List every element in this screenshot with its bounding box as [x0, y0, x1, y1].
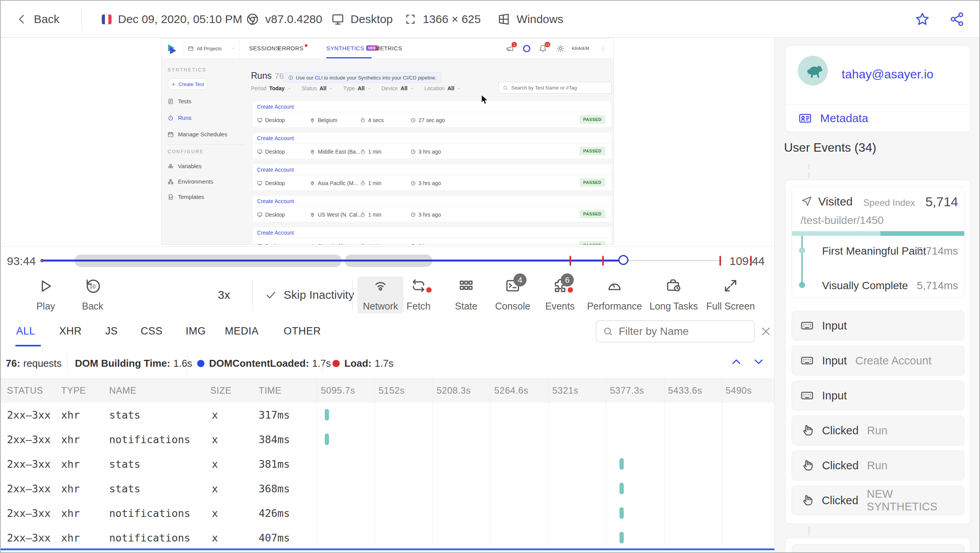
- timeline-event-marker[interactable]: [719, 256, 721, 266]
- run-card[interactable]: Create Account Desktop US West (N. Cal..…: [253, 196, 611, 222]
- run-card[interactable]: Create Account Desktop Middle East (Ba..…: [253, 133, 611, 159]
- run-card[interactable]: Create Account Desktop Asia Pacific (M..…: [253, 164, 611, 190]
- app-tab-sessions[interactable]: SESSIONS: [249, 38, 280, 58]
- chevron-down-icon: [457, 86, 461, 91]
- play-button[interactable]: Play: [21, 278, 71, 312]
- settings-button[interactable]: [556, 45, 565, 53]
- events-panel-button[interactable]: 6 Events: [535, 278, 585, 312]
- table-row[interactable]: 2xx–3xxxhrnotificationsx426ms: [1, 501, 774, 525]
- briefcase-clock-icon: [666, 278, 681, 293]
- metadata-button[interactable]: Metadata: [799, 112, 868, 125]
- event-item-click[interactable]: ClickedRun: [792, 416, 965, 445]
- event-item-input[interactable]: Input: [792, 381, 965, 411]
- performance-panel-button[interactable]: Performance: [590, 278, 639, 312]
- table-row[interactable]: 2xx–3xxxhrnotificationsx384ms: [1, 427, 774, 452]
- viewport-size: 1366 × 625: [404, 1, 481, 38]
- filter-status[interactable]: StatusAll: [302, 85, 334, 91]
- col-name: NAME: [109, 379, 136, 402]
- device-type: Desktop: [331, 1, 393, 38]
- run-title[interactable]: Create Account: [257, 196, 294, 206]
- table-row[interactable]: 2xx–3xxxhrstatsx317ms: [1, 402, 774, 427]
- user-card: tahay@asayer.io Metadata: [785, 45, 970, 132]
- app-search-input[interactable]: [511, 85, 603, 91]
- run-card[interactable]: Create Account Desktop Canada (Centra...…: [253, 227, 611, 245]
- timeline-track[interactable]: [42, 247, 729, 275]
- app-tab-synthetics[interactable]: SYNTHETICS NEW: [326, 38, 379, 58]
- run-title[interactable]: Create Account: [257, 227, 294, 238]
- filter-type[interactable]: TypeAll: [343, 85, 371, 91]
- run-card[interactable]: Create Account Desktop Belgium 4 secs 27…: [253, 101, 611, 127]
- col-t5: 5377.3s: [610, 379, 644, 402]
- long-tasks-panel-button[interactable]: Long Tasks: [649, 278, 699, 312]
- back-10s-button[interactable]: 10 Back: [68, 278, 118, 312]
- chevron-down-icon: [329, 86, 333, 91]
- table-row[interactable]: 2xx–3xxxhrstatsx381ms: [1, 452, 774, 476]
- sidebar-item-templates[interactable]: Templates: [168, 194, 204, 200]
- summary-divider: [322, 353, 323, 374]
- chevron-down-icon[interactable]: [752, 355, 766, 369]
- share-button[interactable]: [949, 12, 965, 27]
- col-t4: 5321s: [552, 379, 578, 402]
- event-item-input[interactable]: Input: [792, 311, 965, 341]
- fmp-value: 5,714ms: [917, 245, 958, 257]
- calendar-icon: [168, 131, 174, 137]
- sidebar-item-variables[interactable]: Variables: [168, 163, 201, 169]
- app-tab-errors[interactable]: ERRORS: [278, 38, 307, 58]
- table-row[interactable]: 2xx–3xxxhrstatsx368ms: [1, 476, 774, 501]
- timeline-event-marker[interactable]: [602, 256, 604, 266]
- run-title[interactable]: Create Account: [257, 101, 294, 112]
- timeline-event-marker[interactable]: [570, 256, 571, 266]
- playhead[interactable]: [618, 255, 628, 265]
- table-row[interactable]: 2xx–3xxxhrnotificationsx407ms: [1, 525, 774, 550]
- project-selector[interactable]: All Projects: [184, 38, 240, 58]
- console-panel-button[interactable]: 4 Console: [488, 278, 538, 312]
- filter-device[interactable]: DeviceAll: [382, 85, 415, 91]
- create-test-button[interactable]: Create Test: [167, 78, 208, 90]
- filter-location[interactable]: LocationAll: [424, 85, 461, 91]
- run-title[interactable]: Create Account: [257, 133, 294, 143]
- stopwatch-icon: [360, 180, 365, 186]
- notifications-button[interactable]: 13: [539, 45, 547, 53]
- network-tab-css[interactable]: CSS: [141, 316, 163, 346]
- state-panel-button[interactable]: State: [441, 278, 491, 312]
- navigate-icon: [801, 195, 813, 207]
- app-search-box[interactable]: [498, 82, 611, 94]
- announcements-button[interactable]: 1: [506, 45, 514, 53]
- network-tab-img[interactable]: IMG: [186, 316, 206, 346]
- stopwatch-icon: [360, 212, 365, 217]
- close-icon[interactable]: [760, 326, 772, 337]
- app-tab-metrics[interactable]: METRICS: [375, 38, 402, 58]
- event-item-click[interactable]: ClickedNEW SYNTHETICS: [792, 485, 965, 515]
- full-screen-button[interactable]: Full Screen: [706, 278, 756, 312]
- event-item-click[interactable]: ClickedRun: [792, 450, 965, 480]
- filter-box[interactable]: [596, 320, 755, 343]
- network-tab-js[interactable]: JS: [105, 316, 118, 346]
- speed-toggle[interactable]: 3x: [218, 274, 230, 316]
- sidebar-item-environments[interactable]: Environments: [168, 178, 213, 185]
- sidebar-item-runs[interactable]: Runs: [168, 114, 191, 121]
- chevron-up-icon[interactable]: [729, 355, 743, 369]
- network-tab-all[interactable]: ALL: [16, 316, 35, 346]
- hyena-icon: [803, 62, 823, 79]
- skip-inactivity-toggle[interactable]: Skip Inactivity: [265, 274, 354, 316]
- filter-period[interactable]: PeriodToday: [251, 85, 292, 91]
- network-tab-xhr[interactable]: XHR: [59, 316, 82, 346]
- sidebar-item-manage-schedules[interactable]: Manage Schedules: [168, 131, 227, 137]
- network-tab-media[interactable]: MEDIA: [225, 316, 259, 346]
- fetch-panel-button[interactable]: Fetch: [394, 278, 443, 312]
- filter-input[interactable]: [619, 325, 742, 338]
- network-tab-other[interactable]: OTHER: [284, 316, 321, 346]
- top-bar: Back Dec 09, 2020, 05:10 PM v87.0.4280 D…: [1, 1, 980, 38]
- sidebar-item-tests[interactable]: Tests: [168, 98, 191, 104]
- kebab-menu-icon[interactable]: ⋮: [600, 38, 606, 58]
- favorite-button[interactable]: [915, 12, 930, 27]
- user-email[interactable]: tahay@asayer.io: [842, 67, 933, 81]
- run-title[interactable]: Create Account: [257, 164, 294, 175]
- back-button[interactable]: Back: [16, 1, 60, 38]
- user-menu[interactable]: KRAIEM: [572, 38, 589, 58]
- cli-link[interactable]: CLI: [315, 75, 322, 81]
- synthetics-tab-underline: [326, 57, 372, 58]
- visited-card[interactable]: Visited Speed Index 5,714 /test-builder/…: [792, 186, 965, 298]
- event-item-input[interactable]: InputCreate Account: [792, 346, 965, 376]
- monitor-icon: [257, 180, 262, 186]
